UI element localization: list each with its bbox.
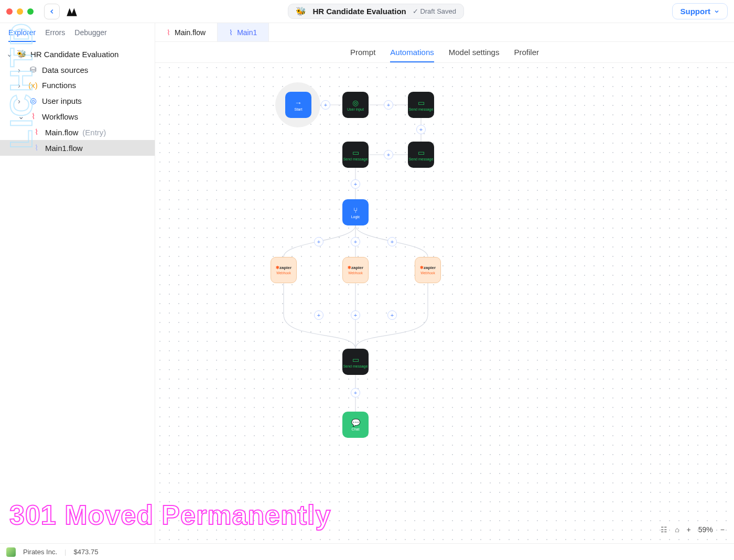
company-name: Pirates Inc. xyxy=(23,548,57,556)
window-traffic-lights xyxy=(6,8,34,15)
tree-item-main1-flow[interactable]: ⌇ Main1.flow xyxy=(0,140,155,156)
file-tabs: ⌇ Main.flow ⌇ Main1 xyxy=(155,23,734,42)
tree-root-label: HR Candidate Evaluation xyxy=(30,50,118,59)
workflow-icon: ⌇ xyxy=(28,112,38,121)
chevron-right-icon: › xyxy=(18,66,24,74)
tree-item-label: Main.flow xyxy=(45,128,78,137)
company-avatar xyxy=(6,547,16,557)
node-label: Send message xyxy=(343,364,368,368)
arrow-right-icon: → xyxy=(295,99,302,106)
file-tab-main[interactable]: ⌇ Main.flow xyxy=(155,23,218,41)
add-node-button[interactable]: + xyxy=(387,310,397,320)
node-send-message-1[interactable]: ▭ Send message xyxy=(408,92,434,118)
message-icon: ▭ xyxy=(418,99,425,106)
node-send-message-2[interactable]: ▭ Send message xyxy=(408,142,434,168)
message-icon: ▭ xyxy=(418,149,425,156)
subtab-prompt[interactable]: Prompt xyxy=(350,48,375,57)
editor-pane: ⌇ Main.flow ⌇ Main1 Prompt Automations M… xyxy=(155,23,734,543)
sitemap-icon[interactable]: ☷ xyxy=(661,525,667,534)
flow-icon: ⌇ xyxy=(31,127,41,137)
node-user-input[interactable]: ◎ User input xyxy=(342,92,369,118)
left-sidebar: Explorer Errors Debugger ⌄ 🐝 HR Candidat… xyxy=(0,23,155,543)
add-node-button[interactable]: + xyxy=(387,237,397,246)
zapier-logo: ✱zapier xyxy=(276,265,292,270)
minimize-window-icon[interactable] xyxy=(17,8,23,15)
tree-item-label: Workflows xyxy=(42,112,78,121)
footer: Pirates Inc. | $473.75 xyxy=(0,543,734,560)
node-label: Send message xyxy=(409,107,434,111)
home-icon[interactable]: ⌂ xyxy=(675,525,679,534)
separator: | xyxy=(64,548,66,556)
subtab-automations[interactable]: Automations xyxy=(390,48,434,62)
tree-item-label: Functions xyxy=(42,81,76,90)
node-label: Chat xyxy=(352,427,360,431)
flow-icon: ⌇ xyxy=(229,28,233,37)
node-start[interactable]: → Start xyxy=(285,92,311,118)
tree-root[interactable]: ⌄ 🐝 HR Candidate Evaluation xyxy=(0,46,155,62)
branch-icon: ⑂ xyxy=(353,207,358,214)
tree-item-main-flow[interactable]: ⌇ Main.flow (Entry) xyxy=(0,124,155,140)
close-window-icon[interactable] xyxy=(6,8,13,15)
node-zapier-3[interactable]: ✱zapier Webhook xyxy=(415,257,441,283)
add-node-button[interactable]: + xyxy=(314,237,323,246)
add-node-button[interactable]: + xyxy=(384,100,393,110)
add-node-button[interactable]: + xyxy=(351,388,360,397)
tree-item-user-inputs[interactable]: › ◎ User inputs xyxy=(0,93,155,109)
canvas-subtabs: Prompt Automations Model settings Profil… xyxy=(155,42,734,63)
chevron-down-icon xyxy=(714,8,720,15)
node-label: Send message xyxy=(409,157,434,161)
entry-badge: (Entry) xyxy=(82,128,106,137)
zoom-in-button[interactable]: + xyxy=(687,525,691,534)
maximize-window-icon[interactable] xyxy=(27,8,34,15)
node-label: Logic xyxy=(351,215,360,219)
node-chat[interactable]: 💬 Chat xyxy=(342,412,369,438)
zoom-controls: ☷ ⌂ + 59% − xyxy=(661,525,725,534)
file-tab-label: Main.flow xyxy=(175,28,206,37)
message-icon: ▭ xyxy=(352,356,359,363)
project-icon: 🐝 xyxy=(296,6,306,16)
chat-icon: 💬 xyxy=(351,419,360,426)
add-node-button[interactable]: + xyxy=(314,310,323,320)
node-label: Webhook xyxy=(276,271,290,275)
node-label: Webhook xyxy=(348,271,362,275)
tree-item-functions[interactable]: › (x) Functions xyxy=(0,78,155,93)
add-node-button[interactable]: + xyxy=(384,150,393,159)
edges xyxy=(155,63,734,543)
app-logo xyxy=(64,4,80,19)
zoom-out-button[interactable]: − xyxy=(720,525,725,534)
add-node-button[interactable]: + xyxy=(351,237,360,246)
flow-icon: ⌇ xyxy=(167,28,170,37)
support-button[interactable]: Support xyxy=(672,3,728,19)
node-send-message-4[interactable]: ▭ Send message xyxy=(342,349,369,375)
add-node-button[interactable]: + xyxy=(351,179,360,189)
chevron-down-icon: ⌄ xyxy=(6,49,13,59)
node-zapier-2[interactable]: ✱zapier Webhook xyxy=(342,257,369,283)
node-logic[interactable]: ⑂ Logic xyxy=(342,199,369,225)
database-icon: ⛁ xyxy=(28,65,38,74)
chevron-right-icon: › xyxy=(18,81,24,90)
add-node-button[interactable]: + xyxy=(321,100,330,110)
subtab-model-settings[interactable]: Model settings xyxy=(449,48,500,57)
node-send-message-3[interactable]: ▭ Send message xyxy=(342,142,369,168)
file-tab-main1[interactable]: ⌇ Main1 xyxy=(218,23,269,41)
node-zapier-1[interactable]: ✱zapier Webhook xyxy=(271,257,297,283)
flow-canvas[interactable]: → Start + ◎ User input + ▭ Send message … xyxy=(155,63,734,543)
tree-item-label: User inputs xyxy=(42,96,82,105)
tree-item-data-sources[interactable]: › ⛁ Data sources xyxy=(0,62,155,78)
tree-item-workflows[interactable]: ⌄ ⌇ Workflows xyxy=(0,109,155,124)
topbar: 🐝 HR Candidate Evaluation ✓ Draft Saved … xyxy=(0,0,734,23)
side-tab-debugger[interactable]: Debugger xyxy=(74,28,107,37)
add-node-button[interactable]: + xyxy=(351,310,360,320)
subtab-profiler[interactable]: Profiler xyxy=(514,48,539,57)
flow-icon: ⌇ xyxy=(31,143,41,153)
side-tab-explorer[interactable]: Explorer xyxy=(8,28,36,42)
add-node-button[interactable]: + xyxy=(416,125,426,134)
chevron-down-icon: ⌄ xyxy=(18,112,24,121)
back-button[interactable] xyxy=(44,4,60,19)
message-icon: ▭ xyxy=(352,149,359,156)
zoom-level: 59% xyxy=(698,525,713,534)
node-label: Start xyxy=(295,107,303,111)
user-input-icon: ◎ xyxy=(28,96,38,105)
explorer-tree: ⌄ 🐝 HR Candidate Evaluation › ⛁ Data sou… xyxy=(0,42,155,160)
side-tab-errors[interactable]: Errors xyxy=(45,28,65,37)
